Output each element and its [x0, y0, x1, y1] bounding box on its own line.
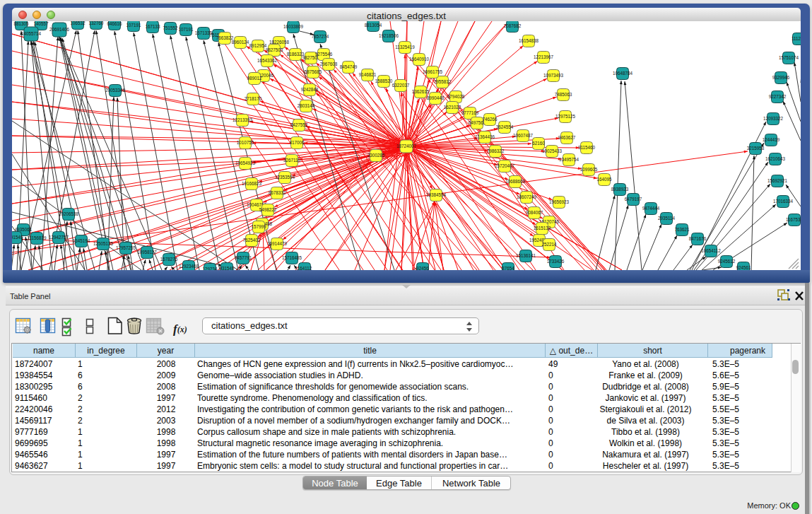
svg-text:3624554: 3624554: [496, 124, 514, 129]
svg-text:19656923: 19656923: [549, 199, 570, 204]
svg-text:1362615: 1362615: [412, 89, 430, 94]
svg-text:8960124: 8960124: [232, 40, 249, 45]
svg-text:10973493: 10973493: [543, 73, 564, 78]
svg-text:17016334: 17016334: [773, 199, 794, 204]
svg-text:6794028: 6794028: [447, 94, 465, 99]
svg-text:924561: 924561: [736, 265, 751, 270]
svg-text:15720407: 15720407: [495, 163, 515, 168]
svg-text:2300285: 2300285: [367, 153, 385, 158]
svg-text:12975125: 12975125: [555, 114, 576, 119]
svg-text:12093322: 12093322: [763, 116, 784, 121]
svg-text:15692921: 15692921: [767, 178, 788, 183]
svg-text:8938923: 8938923: [611, 187, 629, 192]
svg-text:129234: 129234: [202, 267, 218, 270]
svg-text:15716485: 15716485: [282, 255, 302, 260]
svg-text:16154838: 16154838: [519, 38, 539, 43]
svg-text:9245612: 9245612: [718, 259, 736, 264]
svg-text:9227342: 9227342: [769, 94, 787, 99]
svg-text:7625402: 7625402: [243, 238, 261, 243]
svg-text:16914479: 16914479: [267, 241, 288, 246]
svg-text:1621022: 1621022: [444, 105, 461, 110]
svg-text:8471676: 8471676: [689, 236, 707, 241]
svg-text:19654923: 19654923: [235, 160, 256, 165]
svg-text:5498222: 5498222: [259, 207, 277, 212]
svg-text:8427552: 8427552: [290, 122, 308, 127]
svg-text:18724007: 18724007: [396, 144, 417, 148]
svg-text:10654112: 10654112: [701, 248, 721, 253]
svg-text:1099605: 1099605: [580, 167, 598, 172]
svg-text:9275546: 9275546: [315, 52, 333, 57]
svg-text:92456: 92456: [416, 266, 429, 270]
svg-text:2718170: 2718170: [245, 96, 262, 101]
svg-text:157999: 157999: [251, 224, 266, 229]
svg-text:10648784: 10648784: [613, 71, 633, 76]
svg-text:2087682: 2087682: [504, 23, 522, 28]
svg-text:3215958: 3215958: [747, 146, 765, 151]
svg-text:111247: 111247: [792, 36, 801, 41]
svg-text:21364436: 21364436: [475, 134, 495, 139]
svg-text:164095: 164095: [596, 177, 612, 182]
svg-text:6479197: 6479197: [625, 197, 642, 201]
svg-text:12213967: 12213967: [534, 54, 554, 59]
svg-text:13495754: 13495754: [559, 157, 579, 162]
svg-text:1615132: 1615132: [534, 226, 551, 230]
svg-text:1167534: 1167534: [786, 217, 801, 222]
svg-text:16961755: 16961755: [423, 69, 443, 74]
svg-text:746266: 746266: [482, 117, 498, 122]
svg-text:1588520: 1588520: [375, 78, 393, 83]
svg-text:7857274: 7857274: [312, 34, 329, 39]
svg-text:8454749: 8454749: [340, 64, 358, 69]
svg-text:15136141: 15136141: [516, 253, 536, 258]
svg-text:989012: 989012: [247, 76, 262, 81]
svg-text:f(x): f(x): [173, 322, 187, 336]
svg-text:5875685: 5875685: [305, 69, 322, 74]
svg-text:87654: 87654: [502, 266, 514, 270]
svg-text:11325419: 11325419: [395, 45, 415, 49]
svg-text:931549: 931549: [219, 266, 235, 270]
svg-text:19166823: 19166823: [242, 181, 262, 186]
svg-text:417006: 417006: [289, 140, 305, 145]
svg-text:9457791: 9457791: [235, 255, 252, 260]
svg-text:18607249: 18607249: [517, 194, 537, 199]
svg-text:9242848: 9242848: [301, 87, 319, 92]
svg-text:1010755: 1010755: [237, 140, 254, 145]
svg-text:16210643: 16210643: [765, 156, 786, 161]
svg-text:8813054: 8813054: [365, 23, 382, 28]
svg-text:18226058: 18226058: [269, 40, 290, 45]
svg-text:2967608: 2967608: [320, 62, 338, 66]
svg-text:16640910: 16640910: [409, 57, 430, 62]
svg-text:9463627: 9463627: [558, 135, 576, 140]
svg-text:8990448: 8990448: [427, 95, 445, 100]
svg-text:16543362: 16543362: [257, 58, 278, 63]
svg-text:10607487: 10607487: [513, 133, 534, 138]
svg-text:1733426: 1733426: [547, 259, 565, 264]
svg-text:15751074: 15751074: [779, 55, 799, 60]
svg-text:2803144: 2803144: [298, 103, 315, 108]
svg-text:9827503: 9827503: [266, 47, 283, 52]
svg-text:164112: 164112: [298, 266, 312, 270]
svg-text:252214: 252214: [541, 242, 557, 247]
svg-text:9777169: 9777169: [461, 110, 479, 115]
svg-text:12213393: 12213393: [233, 117, 253, 122]
svg-text:19384554: 19384554: [426, 192, 447, 197]
svg-text:9084067: 9084067: [526, 210, 543, 215]
svg-text:1244419: 1244419: [763, 137, 780, 142]
svg-text:10025433: 10025433: [542, 148, 563, 153]
svg-text:7986322: 7986322: [487, 148, 505, 153]
svg-text:16033809: 16033809: [283, 24, 304, 29]
svg-text:9115460: 9115460: [578, 145, 596, 150]
svg-text:12353594: 12353594: [275, 175, 295, 180]
svg-text:7955812: 7955812: [434, 79, 452, 84]
svg-text:2935114: 2935114: [658, 216, 676, 221]
svg-text:62160: 62160: [532, 141, 545, 146]
svg-text:10688609: 10688609: [505, 179, 526, 184]
svg-text:9329946: 9329946: [772, 75, 790, 80]
svg-text:9474444: 9474444: [642, 206, 660, 211]
svg-text:19218506: 19218506: [379, 33, 399, 38]
svg-text:9146821: 9146821: [359, 72, 377, 77]
svg-text:6322037: 6322037: [392, 83, 410, 88]
svg-text:8678332: 8678332: [269, 190, 286, 195]
svg-text:763621: 763621: [674, 227, 690, 232]
svg-text:8912954: 8912954: [249, 43, 267, 48]
svg-text:7485063: 7485063: [555, 92, 572, 97]
